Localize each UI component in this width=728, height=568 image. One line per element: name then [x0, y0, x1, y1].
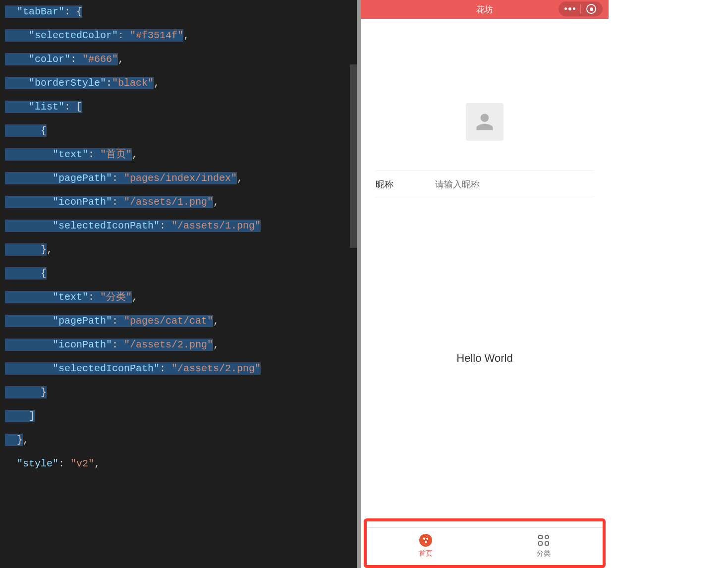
tab-bar: 首页 分类 [367, 527, 603, 563]
user-icon [474, 111, 496, 133]
dots-icon [564, 7, 575, 10]
nickname-label: 昵称 [376, 178, 435, 190]
tab-home[interactable]: 首页 [367, 528, 485, 563]
avatar-button[interactable] [466, 103, 504, 141]
tab-label: 分类 [537, 549, 551, 558]
flower-icon [419, 533, 433, 547]
menu-button[interactable] [560, 2, 580, 16]
tab-category[interactable]: 分类 [485, 528, 603, 563]
panel-divider[interactable] [357, 0, 361, 568]
capsule-menu [559, 1, 603, 16]
simulator-body: 昵称 Hello World [361, 19, 609, 568]
target-icon [586, 4, 596, 14]
page-title: 花坊 [476, 4, 493, 15]
nickname-row: 昵称 [376, 170, 594, 198]
code-editor[interactable]: "tabBar": { "selectedColor": "#f3514f", … [0, 0, 357, 568]
grid-icon [537, 533, 551, 547]
editor-scrollbar[interactable] [350, 0, 357, 568]
scrollbar-thumb[interactable] [350, 64, 357, 248]
tab-label: 首页 [419, 549, 433, 558]
nickname-input[interactable] [435, 179, 594, 190]
simulator-navbar: 花坊 [361, 0, 609, 19]
close-button[interactable] [581, 2, 602, 16]
avatar-section [361, 19, 609, 141]
miniprogram-simulator: 花坊 昵称 [361, 0, 609, 568]
hello-text: Hello World [361, 352, 609, 365]
